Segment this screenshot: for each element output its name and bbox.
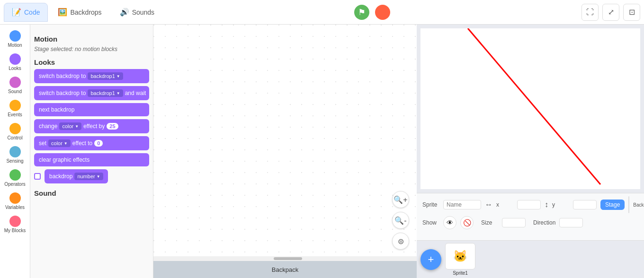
backdrops-icon: 🖼️ xyxy=(58,8,67,17)
green-flag-button[interactable] xyxy=(354,5,369,20)
looks-label: Looks xyxy=(9,66,21,71)
zoom-in-button[interactable]: 🔍+ xyxy=(392,191,409,208)
backdrops-area: Backdrops xyxy=(633,202,644,208)
stage-tab-button[interactable]: Stage xyxy=(600,200,625,210)
motion-dot xyxy=(9,30,21,42)
sprite-thumbnail[interactable]: 🐱 xyxy=(445,243,475,269)
backdrops-count: Backdrops xyxy=(633,202,644,208)
tab-backdrops[interactable]: 🖼️ Backdrops xyxy=(50,3,109,22)
normal-mode-button[interactable]: ⊡ xyxy=(623,4,640,21)
sprite-name-input[interactable] xyxy=(443,200,481,209)
sensing-dot xyxy=(9,146,21,157)
variables-label: Variables xyxy=(5,205,25,210)
block-switch-backdrop-wait[interactable]: switch backdrop to backdrop1 and wait xyxy=(34,86,149,100)
block-backdrop-number-checkbox[interactable] xyxy=(34,173,41,180)
direction-input[interactable] xyxy=(559,218,583,227)
block-switch-backdrop[interactable]: switch backdrop to backdrop1 xyxy=(34,69,149,83)
main-layout: Motion Looks Sound Events Control Sensin… xyxy=(0,25,644,278)
sound-section-title: Sound xyxy=(34,189,149,197)
block-clear-effects[interactable]: clear graphic effects xyxy=(34,153,149,166)
stage-canvas-area xyxy=(417,25,644,193)
backdrop-thumbnail xyxy=(628,196,629,213)
block-next-backdrop[interactable]: next backdrop xyxy=(34,103,149,116)
block-set-effect[interactable]: set color effect to 0 xyxy=(34,136,149,150)
playback-controls xyxy=(164,5,580,20)
backpack-label: Backpack xyxy=(272,266,298,273)
events-dot xyxy=(9,100,21,111)
backpack-bar[interactable]: Backpack xyxy=(153,261,417,278)
looks-dot xyxy=(9,53,21,65)
y-label: y xyxy=(552,201,569,208)
tab-code[interactable]: 📝 Code xyxy=(4,3,48,22)
size-input[interactable] xyxy=(502,218,526,227)
block-set-effect-dropdown[interactable]: color xyxy=(48,139,71,147)
sidebar-item-sound[interactable]: Sound xyxy=(2,75,28,96)
stage-red-line xyxy=(420,28,640,189)
block-switch-backdrop-wait-text: switch backdrop to xyxy=(39,90,86,96)
sprite-item: 🐱 Sprite1 xyxy=(445,243,475,276)
control-dot xyxy=(9,123,21,134)
show-visible-button[interactable]: 👁 xyxy=(443,216,456,229)
block-change-effect[interactable]: change color effect by 25 xyxy=(34,119,149,133)
stage-tab-area: Stage xyxy=(600,200,625,210)
fullscreen-button[interactable]: ⤢ xyxy=(602,4,619,21)
block-backdrop-number-dropdown[interactable]: number xyxy=(74,173,103,180)
block-clear-effects-text: clear graphic effects xyxy=(39,156,89,163)
stage-canvas xyxy=(420,28,640,189)
height-icon: ↕ xyxy=(545,200,548,209)
script-area-dots xyxy=(153,25,417,278)
motion-note: Stage selected: no motion blocks xyxy=(34,46,149,52)
y-input[interactable] xyxy=(573,200,597,209)
block-backdrop-number-text: backdrop xyxy=(49,173,72,180)
block-change-effect-dropdown[interactable]: color xyxy=(59,122,81,130)
sidebar-item-operators[interactable]: Operators xyxy=(2,167,28,189)
show-hidden-button[interactable]: 🚫 xyxy=(460,216,474,229)
block-change-effect-text1: change xyxy=(39,123,57,130)
sounds-icon: 🔊 xyxy=(120,8,129,17)
x-label: x xyxy=(496,201,513,208)
operators-dot xyxy=(9,169,21,181)
sidebar-item-looks[interactable]: Looks xyxy=(2,52,28,73)
looks-section-title: Looks xyxy=(34,58,149,66)
myblocks-dot xyxy=(9,216,21,227)
block-switch-backdrop-wait-suffix: and wait xyxy=(125,90,146,96)
add-sprite-button[interactable]: + xyxy=(420,249,441,270)
sidebar-item-myblocks[interactable]: My Blocks xyxy=(2,214,28,235)
tab-sounds[interactable]: 🔊 Sounds xyxy=(112,3,162,22)
scrollbar-thumb xyxy=(274,257,302,260)
theater-mode-button[interactable]: ⛶ xyxy=(581,4,599,21)
sprite-bottom-bar: + 🐱 Sprite1 xyxy=(417,240,644,278)
sidebar-item-variables[interactable]: Variables xyxy=(2,191,28,212)
horizontal-scrollbar[interactable] xyxy=(153,256,417,261)
block-switch-backdrop-text: switch backdrop to xyxy=(39,73,86,79)
zoom-out-button[interactable]: 🔍- xyxy=(392,212,409,229)
tab-sounds-label: Sounds xyxy=(132,9,154,16)
operators-label: Operators xyxy=(4,182,25,187)
svg-rect-1 xyxy=(153,25,417,278)
block-switch-backdrop-dropdown[interactable]: backdrop1 xyxy=(88,72,123,80)
sidebar-item-control[interactable]: Control xyxy=(2,121,28,142)
sidebar-item-events[interactable]: Events xyxy=(2,98,28,119)
block-backdrop-number[interactable]: backdrop number xyxy=(45,169,108,183)
block-set-effect-text1: set xyxy=(39,140,46,147)
svg-line-2 xyxy=(468,28,600,184)
x-input[interactable] xyxy=(517,200,541,209)
sound-label: Sound xyxy=(8,89,22,94)
events-label: Events xyxy=(8,112,22,117)
sidebar-item-sensing[interactable]: Sensing xyxy=(2,144,28,165)
script-area[interactable]: 🔍+ 🔍- ⊜ Backpack xyxy=(153,25,417,278)
motion-label: Motion xyxy=(8,43,22,48)
block-switch-backdrop-wait-dropdown[interactable]: backdrop1 xyxy=(88,89,123,97)
code-icon: 📝 xyxy=(12,8,21,17)
resize-icon: ↔ xyxy=(485,200,492,209)
direction-label: Direction xyxy=(533,219,555,226)
block-next-backdrop-text: next backdrop xyxy=(39,106,74,113)
category-sidebar: Motion Looks Sound Events Control Sensin… xyxy=(0,25,30,278)
fit-button[interactable]: ⊜ xyxy=(392,233,409,250)
sprite-label: Sprite xyxy=(422,201,439,208)
block-change-effect-number: 25 xyxy=(107,123,118,130)
stop-button[interactable] xyxy=(375,5,390,20)
sidebar-item-motion[interactable]: Motion xyxy=(2,28,28,50)
properties-bar: Sprite ↔ x ↕ y Stage Backdrops Show � xyxy=(417,193,644,240)
tab-backdrops-label: Backdrops xyxy=(70,9,101,16)
